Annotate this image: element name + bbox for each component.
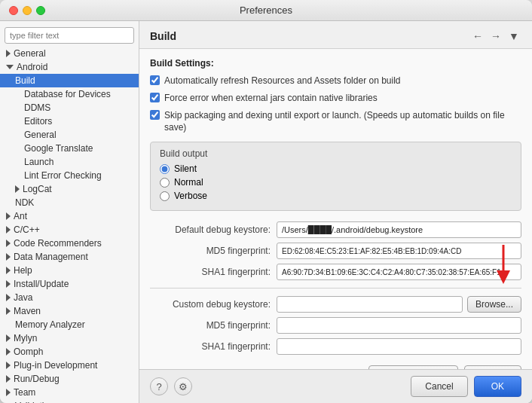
triangle-team-icon <box>6 389 11 396</box>
custom-keystore-label: Custom debug keystore: <box>150 299 271 310</box>
default-keystore-label: Default debug keystore: <box>150 224 271 235</box>
footer-left: ? ⚙ <box>150 377 192 395</box>
triangle-help-icon <box>6 267 11 274</box>
triangle-installupdate-icon <box>6 280 11 288</box>
triangle-general-icon <box>6 50 11 57</box>
sidebar-item-ddms[interactable]: DDMS <box>0 101 139 114</box>
sidebar-item-memoryanalyzer[interactable]: Memory Analyzer <box>0 318 139 331</box>
sidebar-item-launch[interactable]: Launch <box>0 155 139 169</box>
sidebar-item-validation[interactable]: Validation <box>0 399 139 403</box>
divider <box>150 288 521 289</box>
sidebar-item-help[interactable]: Help <box>0 264 139 277</box>
back-icon[interactable]: ← <box>470 29 485 44</box>
sidebar-item-maven[interactable]: Maven <box>0 304 139 318</box>
ok-button[interactable]: OK <box>474 376 521 397</box>
checkbox-force-error-label: Force error when external jars contain n… <box>164 92 378 105</box>
menu-icon[interactable]: ▼ <box>506 29 521 44</box>
main-title: Build <box>150 30 176 42</box>
settings-button[interactable]: ⚙ <box>174 377 192 395</box>
sidebar-item-installupdate[interactable]: Install/Update <box>0 277 139 291</box>
checkbox-skip-packaging[interactable] <box>150 110 160 120</box>
sidebar-item-oomph[interactable]: Oomph <box>0 345 139 359</box>
custom-keystore-input[interactable] <box>277 296 463 313</box>
sidebar-item-android[interactable]: Android <box>0 60 139 74</box>
sidebar-item-linterrorchecking[interactable]: Lint Error Checking <box>0 169 139 182</box>
triangle-rundebug-icon <box>6 375 11 383</box>
custom-md5-label: MD5 fingerprint: <box>150 320 271 331</box>
toolbar-icons: ← → ▼ <box>470 29 521 44</box>
radio-normal-label: Normal <box>174 177 203 188</box>
triangle-java-icon <box>6 294 11 301</box>
custom-keystore-input-group: Browse... <box>277 296 521 313</box>
sidebar-item-plugindevelopment[interactable]: Plug-in Development <box>0 359 139 372</box>
checkbox-auto-refresh-row: Automatically refresh Resources and Asse… <box>150 75 521 87</box>
build-output-section: Build output Silent Normal Verbose <box>150 142 521 211</box>
close-button[interactable] <box>9 6 18 15</box>
footer-right: Cancel OK <box>411 376 521 397</box>
browse-button[interactable]: Browse... <box>467 296 521 313</box>
radio-verbose[interactable] <box>160 191 170 201</box>
help-button[interactable]: ? <box>150 377 168 395</box>
custom-md5-input[interactable] <box>277 317 521 334</box>
traffic-lights <box>9 6 45 15</box>
sidebar-item-cpp[interactable]: C/C++ <box>0 223 139 237</box>
main-header: Build ← → ▼ <box>139 21 532 49</box>
triangle-maven-icon <box>6 307 11 315</box>
sha1-input[interactable] <box>277 264 521 280</box>
sidebar-item-mylyn[interactable]: Mylyn <box>0 331 139 345</box>
sidebar-item-ndk[interactable]: NDK <box>0 196 139 209</box>
triangle-android-icon <box>6 65 14 69</box>
checkbox-skip-packaging-label: Skip packaging and dexing until export o… <box>164 109 521 135</box>
radio-verbose-row: Verbose <box>160 191 512 201</box>
sidebar-item-java[interactable]: Java <box>0 291 139 304</box>
default-keystore-input[interactable] <box>277 221 521 238</box>
radio-silent[interactable] <box>160 164 170 174</box>
triangle-ant-icon <box>6 212 11 220</box>
sidebar-item-googletranslate[interactable]: Google Translate <box>0 142 139 155</box>
checkbox-auto-refresh-label: Automatically refresh Resources and Asse… <box>164 75 401 87</box>
checkbox-skip-packaging-row: Skip packaging and dexing until export o… <box>150 109 521 135</box>
custom-sha1-row: SHA1 fingerprint: <box>150 338 521 355</box>
triangle-plugindevelopment-icon <box>6 362 11 369</box>
filter-input[interactable] <box>5 27 134 44</box>
maximize-button[interactable] <box>36 6 45 15</box>
settings-title: Build Settings: <box>150 58 521 69</box>
custom-keystore-row: Custom debug keystore: Browse... <box>150 296 521 313</box>
sidebar-item-datamanagement[interactable]: Data Management <box>0 250 139 264</box>
sidebar-item-coderecommenders[interactable]: Code Recommenders <box>0 237 139 250</box>
radio-silent-row: Silent <box>160 163 512 174</box>
main-body: Build Settings: Automatically refresh Re… <box>139 49 532 369</box>
custom-md5-row: MD5 fingerprint: <box>150 317 521 334</box>
triangle-logcat-icon <box>15 185 20 193</box>
sidebar-item-rundebug[interactable]: Run/Debug <box>0 372 139 386</box>
triangle-oomph-icon <box>6 348 11 356</box>
sidebar-item-ant[interactable]: Ant <box>0 209 139 223</box>
window-title: Preferences <box>240 5 292 16</box>
md5-label: MD5 fingerprint: <box>150 246 271 256</box>
cancel-button[interactable]: Cancel <box>411 376 467 397</box>
radio-normal[interactable] <box>160 178 170 188</box>
minimize-button[interactable] <box>23 6 32 15</box>
sidebar-item-editors[interactable]: Editors <box>0 114 139 128</box>
checkbox-force-error[interactable] <box>150 93 160 102</box>
sha1-row: SHA1 fingerprint: <box>150 264 521 280</box>
filter-row <box>0 24 139 47</box>
triangle-cpp-icon <box>6 226 11 234</box>
forward-icon[interactable]: → <box>488 29 503 44</box>
sidebar-item-logcat[interactable]: LogCat <box>0 182 139 196</box>
custom-sha1-label: SHA1 fingerprint: <box>150 341 271 352</box>
sidebar: General Android Build Database for Devic… <box>0 21 139 403</box>
sidebar-item-build[interactable]: Build <box>0 74 139 87</box>
sidebar-item-general2[interactable]: General <box>0 128 139 142</box>
sidebar-item-team[interactable]: Team <box>0 386 139 399</box>
footer: ? ⚙ Cancel OK <box>139 369 532 403</box>
sidebar-item-database[interactable]: Database for Devices <box>0 87 139 101</box>
sidebar-item-general[interactable]: General <box>0 47 139 60</box>
md5-input[interactable] <box>277 243 521 259</box>
custom-sha1-input[interactable] <box>277 338 521 355</box>
main-panel: Build ← → ▼ Build Settings: Automaticall… <box>139 21 532 403</box>
default-keystore-row: Default debug keystore: <box>150 221 521 238</box>
triangle-coderecommenders-icon <box>6 240 11 247</box>
radio-verbose-label: Verbose <box>174 191 207 201</box>
checkbox-auto-refresh[interactable] <box>150 75 160 85</box>
